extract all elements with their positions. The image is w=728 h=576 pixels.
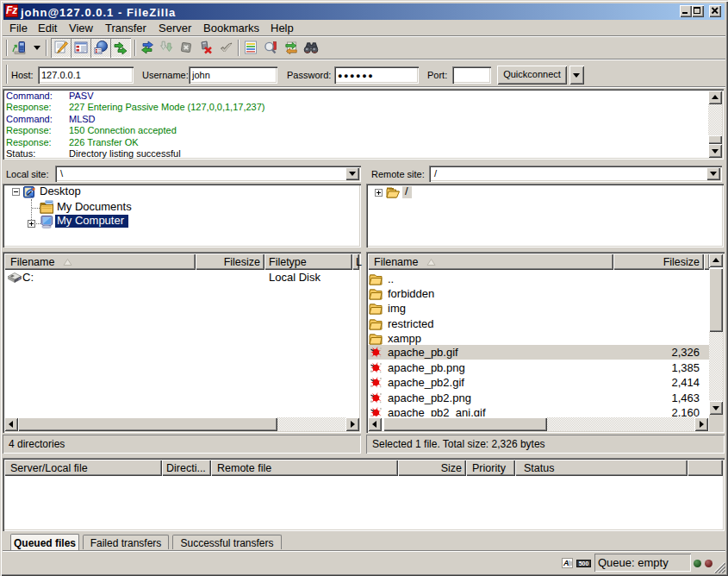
- svg-text:A: A: [563, 559, 569, 567]
